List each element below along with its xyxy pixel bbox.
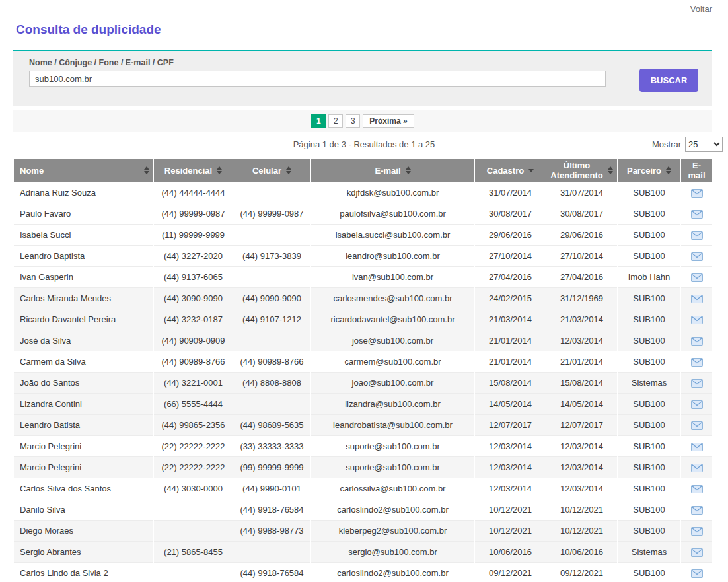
table-row: Isabela Succi(11) 99999-9999isabela.succ… [14,225,712,246]
cell-celular [233,330,310,351]
column-label: E-mail [685,161,708,180]
sort-icon [144,166,149,174]
table-row: Leandro Baptista(44) 3227-2020(44) 9173-… [14,246,712,267]
page-title: Consulta de duplicidade [16,22,161,37]
cell-celular [233,225,310,246]
cell-cadastro: 14/05/2014 [475,394,546,415]
email-icon[interactable] [691,252,703,261]
email-icon[interactable] [691,379,703,388]
cell-residencial: (44) 99865-2356 [154,415,233,436]
consulta-duplicidade-page: Voltar Consulta de duplicidade Nome / Cô… [0,0,728,582]
email-icon[interactable] [691,358,703,367]
email-icon[interactable] [691,231,703,240]
column-header-cadastro[interactable]: Cadastro [475,159,546,182]
cell-email: carlosmendes@sub100.com.br [311,288,474,309]
pagination-bar: 123 Próxima » [13,110,712,132]
email-icon[interactable] [691,295,703,303]
cell-ultimo_atendimento: 10/12/2021 [546,521,617,542]
search-label: Nome / Cônjuge / Fone / E-mail / CPF [29,58,696,67]
email-icon[interactable] [691,443,703,451]
cell-nome: Ivan Gasperin [14,267,153,288]
cell-residencial: (66) 5555-4444 [154,394,233,415]
cell-celular: (33) 33333-3333 [233,436,310,457]
cell-residencial [154,499,233,521]
cell-parceiro: SUB100 [618,521,680,542]
email-icon[interactable] [691,527,703,536]
cell-ultimo_atendimento: 27/10/2014 [546,246,617,267]
email-icon[interactable] [691,569,703,578]
column-header-email[interactable]: E-mail [311,159,474,182]
email-icon[interactable] [691,400,703,409]
cell-residencial: (44) 9137-6065 [154,267,233,288]
cell-cadastro: 21/01/2014 [475,351,546,373]
cell-residencial: (44) 99999-0987 [154,203,233,225]
email-icon[interactable] [691,548,703,557]
next-page-button[interactable]: Próxima » [363,114,414,128]
column-header-nome[interactable]: Nome [14,159,153,182]
cell-ultimo_atendimento: 15/08/2014 [546,373,617,394]
cell-parceiro: SUB100 [618,563,680,582]
email-icon[interactable] [691,421,703,430]
email-icon[interactable] [691,210,703,219]
cell-parceiro: SUB100 [618,288,680,309]
cell-parceiro: SUB100 [618,394,680,415]
search-panel: Nome / Cônjuge / Fone / E-mail / CPF BUS… [13,50,712,106]
cell-parceiro: SUB100 [618,351,680,373]
email-icon[interactable] [691,316,703,324]
cell-ultimo_atendimento: 31/12/1969 [546,288,617,309]
cell-email: carloslindo2@sub100.com.br [311,563,474,582]
cell-parceiro: SUB100 [618,309,680,330]
cell-residencial: (44) 3221-0001 [154,373,233,394]
cell-nome: Marcio Pelegrini [14,436,153,457]
email-icon[interactable] [691,485,703,493]
cell-celular [233,542,310,563]
table-row: Ivan Gasperin(44) 9137-6065ivan@sub100.c… [14,267,712,288]
cell-email: jose@sub100.com.br [311,330,474,351]
cell-cadastro: 21/03/2014 [475,309,546,330]
email-icon[interactable] [691,337,703,346]
cell-cadastro: 21/01/2014 [475,330,546,351]
table-row: Paulo Favaro(44) 99999-0987(44) 99999-09… [14,203,712,225]
cell-email-action [681,288,712,309]
cell-celular: (44) 9918-76584 [233,499,310,521]
cell-residencial: (21) 5865-8455 [154,542,233,563]
results-info-row: Página 1 de 3 - Resultados de 1 a 25 Mos… [0,135,728,155]
cell-celular: (44) 9107-1212 [233,309,310,330]
cell-email-action [681,542,712,563]
table-row: Adriana Ruiz Souza(44) 44444-4444kdjfdsk… [14,182,712,203]
table-row: Marcio Pelegrini(22) 22222-2222(99) 9999… [14,457,712,478]
cell-email-action [681,499,712,521]
cell-ultimo_atendimento: 14/05/2014 [546,394,617,415]
cell-email-action [681,457,712,478]
cell-email: suporte@sub100.com.br [311,436,474,457]
cell-residencial: (22) 22222-2222 [154,436,233,457]
email-icon[interactable] [691,506,703,515]
table-row: João do Santos(44) 3221-0001(44) 8808-88… [14,373,712,394]
cell-email-action [681,182,712,203]
back-link[interactable]: Voltar [690,4,712,14]
column-header-residencial[interactable]: Residencial [154,159,233,182]
page-button-1[interactable]: 1 [311,114,326,128]
email-icon[interactable] [691,189,703,198]
cell-parceiro: SUB100 [618,330,680,351]
cell-email: leandrobatista@sub100.com.br [311,415,474,436]
cell-ultimo_atendimento: 12/03/2014 [546,436,617,457]
search-input[interactable] [29,71,606,87]
cell-nome: Carmem da Silva [14,351,153,373]
cell-email: isabela.succi@sub100.com.br [311,225,474,246]
cell-email-action [681,309,712,330]
email-icon[interactable] [691,464,703,472]
column-header-parceiro[interactable]: Parceiro [618,159,680,182]
table-row: Danilo Silva(44) 9918-76584carloslindo2@… [14,499,712,521]
email-icon[interactable] [691,273,703,282]
cell-nome: Lizandra Contini [14,394,153,415]
cell-parceiro: Imob Hahn [618,267,680,288]
page-size-select[interactable]: 25 [685,137,723,152]
page-button-2[interactable]: 2 [328,114,343,128]
page-button-3[interactable]: 3 [346,114,360,128]
column-header-celular[interactable]: Celular [233,159,310,182]
cell-email-action [681,436,712,457]
search-button[interactable]: BUSCAR [639,69,698,92]
cell-email-action [681,394,712,415]
column-header-ultimo_atendimento[interactable]: Último Atendimento [546,159,617,182]
